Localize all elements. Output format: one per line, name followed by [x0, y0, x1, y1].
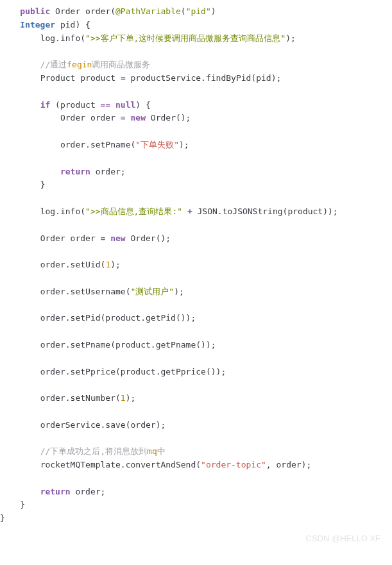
code-line: order.setPid(product.getPid()); — [40, 313, 196, 323]
keyword-public: public — [20, 6, 50, 16]
keyword-if: if — [40, 100, 51, 110]
string-literal: "测试用户" — [131, 287, 175, 296]
comment: //通过fegin调用商品微服务 — [40, 60, 151, 69]
keyword-new: new — [110, 233, 125, 243]
string-literal: "下单失败" — [135, 140, 179, 149]
annotation: @PathVariable — [115, 6, 181, 16]
string-literal: "pid" — [186, 6, 211, 16]
string-literal: "order-topic" — [201, 460, 266, 469]
number-literal: 1 — [121, 393, 126, 403]
keyword-new: new — [131, 113, 146, 122]
string-literal: ">>商品信息,查询结果:" — [85, 207, 182, 216]
comment: //下单成功之后,将消息放到mq中 — [40, 446, 166, 456]
string-literal: ">>客户下单,这时候要调用商品微服务查询商品信息" — [85, 33, 285, 43]
keyword-return: return — [40, 487, 71, 496]
code-line: orderService.save(order); — [40, 420, 166, 430]
code-line: order.setPname(product.getPname()); — [40, 340, 216, 350]
code-line: order.setPprice(product.getPprice()); — [40, 367, 226, 376]
code-block: public Order order(@PathVariable("pid") … — [0, 0, 392, 530]
keyword-return: return — [60, 167, 90, 176]
keyword-null: null — [115, 100, 135, 110]
type-integer: Integer — [20, 20, 55, 30]
